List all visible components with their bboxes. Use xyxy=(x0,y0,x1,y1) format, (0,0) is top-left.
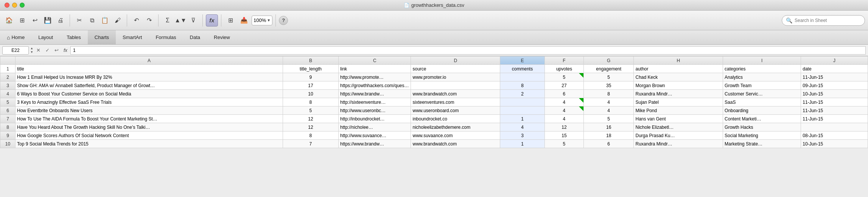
cell-G10[interactable]: 6 xyxy=(583,140,634,148)
cell-E10[interactable]: 1 xyxy=(500,140,545,148)
cell-J1[interactable]: date xyxy=(801,65,868,73)
cell-E1[interactable]: comments xyxy=(500,65,545,73)
cell-E5[interactable] xyxy=(500,98,545,106)
cell-C10[interactable]: https://www.brandw… xyxy=(339,140,411,148)
cell-F1[interactable]: upvotes xyxy=(544,65,583,73)
cell-B5[interactable]: 8 xyxy=(283,98,338,106)
menu-tables[interactable]: Tables xyxy=(60,30,88,44)
cell-I7[interactable]: Content Marketi… xyxy=(723,115,801,123)
formula-input[interactable] xyxy=(70,46,866,55)
sum-button[interactable]: Σ xyxy=(162,14,174,27)
cell-reference[interactable]: E22 xyxy=(2,46,29,55)
fx-button[interactable]: fx xyxy=(206,14,218,27)
cell-B9[interactable]: 8 xyxy=(283,131,338,140)
cell-F10[interactable]: 5 xyxy=(544,140,583,148)
cell-H1[interactable]: author xyxy=(634,65,723,73)
save-button[interactable]: 💾 xyxy=(42,14,54,27)
print-button[interactable]: 🖨 xyxy=(54,14,67,27)
cell-C5[interactable]: http://sixteenventure… xyxy=(339,98,411,106)
cell-F4[interactable]: 6 xyxy=(544,90,583,98)
cell-D8[interactable]: nicholeelizabethdemere.com xyxy=(411,123,500,131)
cell-E7[interactable]: 1 xyxy=(500,115,545,123)
cell-I2[interactable]: Analytics xyxy=(723,73,801,81)
menu-home[interactable]: ⌂ Home xyxy=(0,30,31,44)
cell-E8[interactable]: 4 xyxy=(500,123,545,131)
cell-I4[interactable]: Customer Servic… xyxy=(723,90,801,98)
cell-B1[interactable]: title_length xyxy=(283,65,338,73)
help-button[interactable]: ? xyxy=(279,16,288,25)
copy-button[interactable]: ⧉ xyxy=(86,14,98,27)
close-button[interactable] xyxy=(5,3,9,8)
cell-J2[interactable]: 11-Jun-15 xyxy=(801,73,868,81)
col-header-H[interactable]: H xyxy=(634,56,723,65)
cell-C4[interactable]: https://www.brandw… xyxy=(339,90,411,98)
window-controls[interactable] xyxy=(5,3,25,8)
cell-B8[interactable]: 12 xyxy=(283,123,338,131)
col-header-I[interactable]: I xyxy=(723,56,801,65)
cell-H10[interactable]: Ruxandra Mindr… xyxy=(634,140,723,148)
cell-H3[interactable]: Morgan Brown xyxy=(634,81,723,90)
undo-formula-button[interactable]: ↩ xyxy=(53,47,61,54)
cell-J9[interactable]: 08-Jun-15 xyxy=(801,131,868,140)
col-header-J[interactable]: J xyxy=(801,56,868,65)
cell-A2[interactable]: How 1 Email Helped Us Increase MRR By 32… xyxy=(16,73,283,81)
cell-F7[interactable]: 4 xyxy=(544,115,583,123)
cell-H6[interactable]: Mike Pond xyxy=(634,106,723,115)
cell-A1[interactable]: title xyxy=(16,65,283,73)
cell-A4[interactable]: 6 Ways to Boost Your Customer Service on… xyxy=(16,90,283,98)
paste-button[interactable]: 📋 xyxy=(99,14,111,27)
maximize-button[interactable] xyxy=(20,3,25,8)
cell-I10[interactable]: Marketing Strate… xyxy=(723,140,801,148)
cell-H2[interactable]: Chad Keck xyxy=(634,73,723,81)
cell-I6[interactable]: Onboarding xyxy=(723,106,801,115)
cell-E2[interactable] xyxy=(500,73,545,81)
undo2-button[interactable]: ↶ xyxy=(130,14,142,27)
sort-button[interactable]: ▲▼ xyxy=(174,14,187,27)
cell-B2[interactable]: 9 xyxy=(283,73,338,81)
col-header-F[interactable]: F xyxy=(544,56,583,65)
cell-B6[interactable]: 5 xyxy=(283,106,338,115)
cell-F9[interactable]: 15 xyxy=(544,131,583,140)
format-button[interactable]: 🖌 xyxy=(112,14,124,27)
cell-G6[interactable]: 4 xyxy=(583,106,634,115)
cell-H7[interactable]: Hans van Gent xyxy=(634,115,723,123)
cell-B4[interactable]: 10 xyxy=(283,90,338,98)
menu-data[interactable]: Data xyxy=(183,30,207,44)
cell-D9[interactable]: www.suvaance.com xyxy=(411,131,500,140)
zoom-control[interactable]: 100% ▼ xyxy=(252,16,272,25)
cell-D3[interactable] xyxy=(411,81,500,90)
zoom-arrow-down[interactable]: ▼ xyxy=(267,18,271,22)
search-box[interactable]: 🔍 xyxy=(782,15,865,26)
cell-J7[interactable]: 11-Jun-15 xyxy=(801,115,868,123)
cell-G1[interactable]: engagement xyxy=(583,65,634,73)
cell-E4[interactable]: 2 xyxy=(500,90,545,98)
cell-I5[interactable]: SaaS xyxy=(723,98,801,106)
cell-F5[interactable]: 4 xyxy=(544,98,583,106)
cell-B3[interactable]: 17 xyxy=(283,81,338,90)
cell-E6[interactable] xyxy=(500,106,545,115)
cell-I9[interactable]: Social Marketing xyxy=(723,131,801,140)
col-header-G[interactable]: G xyxy=(583,56,634,65)
cell-I1[interactable]: categories xyxy=(723,65,801,73)
cell-G2[interactable]: 5 xyxy=(583,73,634,81)
cell-D2[interactable]: www.promoter.io xyxy=(411,73,500,81)
col-header-D[interactable]: D xyxy=(411,56,500,65)
filter-button[interactable]: ⊽ xyxy=(187,14,199,27)
cell-G9[interactable]: 18 xyxy=(583,131,634,140)
cell-I3[interactable]: Growth Team xyxy=(723,81,801,90)
cut-button[interactable]: ✂ xyxy=(73,14,85,27)
cell-B7[interactable]: 12 xyxy=(283,115,338,123)
cell-F2[interactable]: 5 xyxy=(544,73,583,81)
cell-H8[interactable]: Nichole Elizabetl… xyxy=(634,123,723,131)
cell-H5[interactable]: Sujan Patel xyxy=(634,98,723,106)
cell-F6[interactable]: 4 xyxy=(544,106,583,115)
col-header-A[interactable]: A xyxy=(16,56,283,65)
minimize-button[interactable] xyxy=(12,3,17,8)
cell-B10[interactable]: 7 xyxy=(283,140,338,148)
table-view-button[interactable]: ⊞ xyxy=(224,14,236,27)
cell-ref-arrows[interactable]: ▲ ▼ xyxy=(30,47,33,54)
search-input[interactable] xyxy=(795,18,855,23)
col-header-B[interactable]: B xyxy=(283,56,338,65)
confirm-formula-button[interactable]: ✓ xyxy=(44,47,51,54)
redo-button[interactable]: ↷ xyxy=(143,14,155,27)
